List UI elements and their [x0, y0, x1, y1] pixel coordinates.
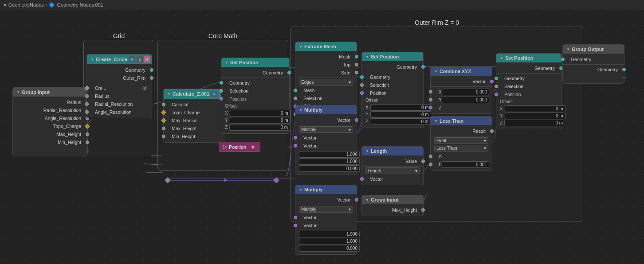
set-position-node-3[interactable]: ▼ Set Position Geometry Geometry Selecti… [496, 53, 562, 129]
group-input-title-1: Group Input [22, 89, 50, 95]
socket-m2-vec-out: Vector [295, 196, 357, 204]
group-output-title: Group Output [572, 47, 604, 52]
set-position-node-1[interactable]: ▼ Set Position Geometry Geometry Selecti… [221, 58, 290, 134]
multiply-node-2[interactable]: ▼ Multiply Vector Multiply ▾ Vector Vect… [295, 185, 357, 255]
calculate-z-header: ▼ Calculate_Z.001 🔷 [164, 89, 225, 99]
socket-cz-maxh: Max_Height [164, 124, 225, 132]
set-position-body-1: Geometry Geometry Selection Position Off… [221, 67, 289, 133]
socket-m2-vec-in: Vector [295, 214, 357, 221]
group-input-body-2: Max_Height [362, 204, 423, 216]
len-op-dropdown[interactable]: Length ▾ [365, 167, 420, 174]
calculate-z-node[interactable]: ▼ Calculate_Z.001 🔷 Calculat... Topo_Cha… [163, 89, 225, 143]
sp3-z-input[interactable] [504, 120, 565, 126]
socket-radius-in: Radius [87, 92, 152, 100]
socket-go-extra [563, 74, 624, 82]
m1-z-input[interactable] [299, 165, 360, 172]
socket-sp2-geo-in: Geometry [362, 73, 423, 81]
multiply-header-1: ▼ Multiply [295, 105, 357, 114]
socket-cxyz-vec-out: Vector [431, 78, 492, 85]
sp1-z-input[interactable] [229, 124, 290, 131]
sp2-y-input[interactable] [370, 111, 431, 118]
multiply-node-1[interactable]: ▼ Multiply Vector Multiply ▾ Vector Vect… [295, 105, 357, 175]
sp3-x-input[interactable] [505, 105, 565, 112]
m2-z-input[interactable] [299, 245, 360, 252]
create-circle-title: Create_Circle [96, 57, 127, 62]
create-circle-header: ▼ Create_Circle 🔷 2 ♥ [87, 54, 152, 64]
sp3-y-input[interactable] [505, 113, 565, 119]
set-position-node-2[interactable]: ▼ Set Position Geometry Geometry Selecti… [361, 52, 424, 128]
m2-x-input[interactable] [299, 231, 360, 237]
m2-y-input[interactable] [299, 238, 360, 245]
socket-radial-out: Radial_Resolution [13, 106, 87, 114]
socket-go-geo-in: Geometry [563, 55, 624, 63]
socket-radial-in: Radial_Resolution [87, 100, 152, 108]
socket-gi-extra [13, 146, 87, 154]
socket-sp1-geo-out: Geometry [221, 69, 289, 77]
socket-cz-maxr: Max_Radius [164, 116, 225, 124]
lt-b-input[interactable] [442, 161, 489, 168]
sp2-z-input[interactable] [370, 118, 431, 125]
set-position-title-3: Set Position [505, 55, 534, 61]
socket-cz-topo: Topo_Charge [164, 109, 225, 116]
socket-cxyz-y-in: Y [431, 96, 492, 104]
socket-sp1-pos: Position [221, 95, 289, 103]
socket-em-top-out: Top [295, 61, 357, 69]
socket-cz-minh: Min_Height [164, 132, 225, 140]
m2-op-dropdown[interactable]: Multiply ▾ [299, 206, 353, 213]
less-than-header: ▼ Less Than [431, 116, 492, 125]
length-header: ▼ Length [362, 147, 423, 155]
combine-xyz-title: Combine XYZ [440, 69, 471, 74]
sp3-offset-group: X Y Z [496, 104, 561, 127]
position-node[interactable]: ▷ Position II [219, 142, 260, 152]
cxyz-y-input[interactable] [442, 97, 489, 103]
cxyz-x-input[interactable] [442, 89, 489, 95]
em-mode-dropdown[interactable]: Edges ▾ [299, 79, 353, 85]
socket-cxyz-x-in: X [431, 88, 492, 96]
set-position-title-2: Set Position [371, 54, 399, 59]
group-input-header-2: ▼ Group Input [362, 195, 423, 204]
group-input-node-2[interactable]: ▼ Group Input Max_Height [361, 195, 424, 216]
less-than-node[interactable]: ▼ Less Than Result Float ▾ Less Than ▾ A [430, 116, 492, 171]
socket-angle-in: Angle_Resolution [87, 108, 152, 116]
multiply-title-2: Multiply [304, 187, 323, 192]
socket-radius-out: Radius [13, 98, 87, 106]
socket-lt-result-out: Result [431, 127, 492, 135]
svg-marker-0 [224, 179, 228, 182]
sp1-offset-group: X Y Z [221, 109, 289, 132]
lt-op-dropdown[interactable]: Less Than ▾ [434, 145, 488, 151]
group-output-header: ▼ Group Output [563, 45, 624, 54]
lt-type-dropdown[interactable]: Float ▾ [434, 137, 488, 144]
sp1-y-input[interactable] [230, 117, 291, 124]
sp2-offset-group: X Y Z [362, 103, 423, 126]
m1-op-dropdown[interactable]: Multiply ▾ [299, 126, 353, 133]
sp2-x-input[interactable] [370, 104, 431, 111]
position-label: Position [229, 144, 246, 150]
m1-x-input[interactable] [299, 151, 360, 158]
socket-sp1-sel: Selection [221, 87, 289, 95]
combine-xyz-node[interactable]: ▼ Combine XYZ Vector X Y Z [430, 66, 492, 114]
m1-vec-group [295, 150, 357, 173]
length-title: Length [371, 148, 387, 154]
socket-em-sel-in: Selection [295, 94, 357, 102]
breadcrumb-node-group[interactable]: Geometry Nodes.001 [57, 2, 103, 8]
socket-sp2-geo-out: Geometry [362, 63, 423, 71]
breadcrumb-bar: ● GeometryNodes › 🔷 Geometry Nodes.001 [0, 0, 644, 10]
socket-sp2-sel-in: Selection [362, 81, 423, 89]
m1-y-input[interactable] [299, 158, 360, 165]
breadcrumb-geometry-nodes[interactable]: GeometryNodes [8, 2, 44, 8]
length-node[interactable]: ▼ Length Value Length ▾ Vector [361, 146, 424, 185]
grid-label: Grid [113, 32, 125, 39]
extrude-mesh-header: ▼ Extrude Mesh [295, 42, 357, 51]
set-position-body-3: Geometry Geometry Selection Position Off… [496, 62, 561, 129]
socket-lt-b-in: B [431, 160, 492, 168]
socket-cre-in: Cre... 2 [87, 84, 152, 92]
node-canvas[interactable]: Outer Rim Z = 0 Core Math Grid ▼ Group I… [0, 10, 644, 264]
create-circle-node[interactable]: ▼ Create_Circle 🔷 2 ♥ Geometry Outer_Rim… [86, 54, 152, 118]
group-input-node-1[interactable]: ▼ Group Input Radius Radial_Resolution A… [12, 87, 88, 156]
create-circle-body: Geometry Outer_Rim Cre... 2 Radius Radia… [87, 64, 152, 118]
socket-em-side-out: Side [295, 69, 357, 77]
sp1-x-input[interactable] [230, 110, 291, 116]
group-output-node[interactable]: ▼ Group Output Geometry Geometry [562, 44, 624, 84]
socket-go-geo-out: Geometry [563, 66, 624, 74]
socket-len-vec-in: Vector [362, 175, 423, 183]
